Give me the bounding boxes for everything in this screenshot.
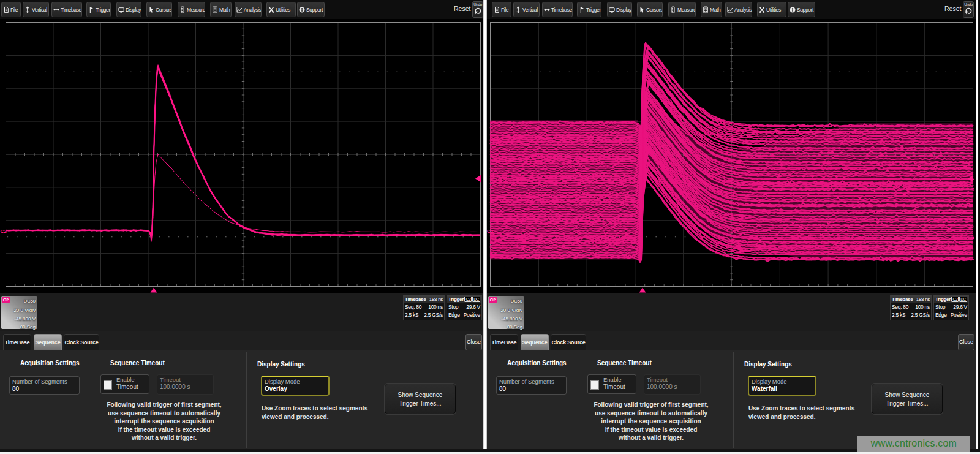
svg-text:C2: C2 (1, 229, 7, 234)
svg-text:C2: C2 (487, 229, 494, 234)
